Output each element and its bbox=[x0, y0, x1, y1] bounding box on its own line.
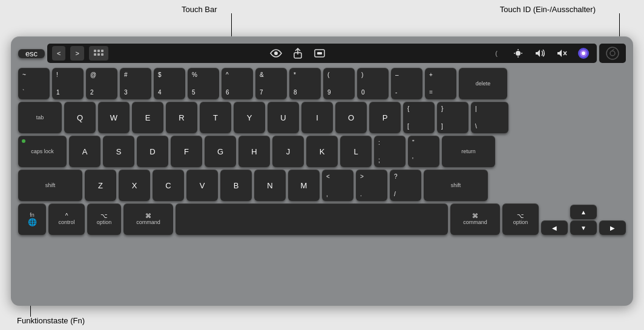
key-rshift[interactable]: shift bbox=[424, 170, 488, 201]
volume-icon bbox=[534, 49, 545, 58]
key-r[interactable]: R bbox=[166, 102, 197, 133]
key-3[interactable]: # 3 bbox=[120, 68, 151, 99]
svg-rect-4 bbox=[97, 53, 100, 56]
key-p[interactable]: P bbox=[369, 102, 401, 133]
tb-grid[interactable] bbox=[89, 46, 108, 61]
tb-volume[interactable] bbox=[531, 46, 548, 61]
key-4[interactable]: $ 4 bbox=[154, 68, 185, 99]
key-y[interactable]: Y bbox=[234, 102, 265, 133]
key-rbrace[interactable]: } ] bbox=[437, 102, 468, 133]
tb-brightness[interactable] bbox=[510, 46, 527, 61]
key-s[interactable]: S bbox=[103, 136, 134, 167]
key-slash[interactable]: ? / bbox=[390, 170, 421, 201]
key-l[interactable]: L bbox=[340, 136, 372, 167]
key-x[interactable]: X bbox=[119, 170, 150, 201]
key-e[interactable]: E bbox=[132, 102, 163, 133]
key-8[interactable]: * 8 bbox=[289, 68, 321, 99]
key-return-label: return bbox=[461, 148, 476, 155]
tb-back[interactable]: < bbox=[52, 46, 65, 61]
svg-point-20 bbox=[606, 47, 619, 59]
key-fn[interactable]: fn 🌐 bbox=[18, 203, 46, 235]
key-space[interactable] bbox=[176, 203, 448, 235]
key-lcommand-label: command bbox=[136, 219, 160, 226]
key-arrow-left[interactable]: ◀ bbox=[541, 220, 568, 235]
key-arrow-right[interactable]: ▶ bbox=[599, 220, 626, 235]
key-capslock[interactable]: caps lock bbox=[18, 136, 67, 167]
key-arrow-down[interactable]: ▼ bbox=[570, 220, 597, 235]
grid-icon bbox=[94, 50, 104, 57]
key-capslock-label: caps lock bbox=[31, 148, 54, 155]
key-lcommand[interactable]: ⌘ command bbox=[123, 203, 173, 235]
key-row-numbers: ~ ` ! 1 @ 2 # 3 $ 4 % 5 bbox=[18, 68, 626, 99]
key-backtick[interactable]: ~ ` bbox=[18, 68, 50, 99]
key-0[interactable]: ) 0 bbox=[357, 68, 389, 99]
touch-id-key[interactable] bbox=[599, 44, 626, 63]
touch-bar-row: esc < > bbox=[18, 42, 626, 64]
key-esc[interactable]: esc bbox=[18, 49, 45, 58]
key-lbrace[interactable]: { [ bbox=[403, 102, 435, 133]
key-loption[interactable]: ⌥ option bbox=[87, 203, 121, 235]
key-period[interactable]: > . bbox=[356, 170, 387, 201]
tb-eye[interactable] bbox=[268, 46, 284, 61]
key-quote[interactable]: " ' bbox=[408, 136, 439, 167]
key-f[interactable]: F bbox=[171, 136, 202, 167]
tb-forward[interactable]: > bbox=[70, 46, 84, 61]
key-u[interactable]: U bbox=[268, 102, 299, 133]
key-fn-globe-icon: 🌐 bbox=[28, 218, 37, 226]
key-1[interactable]: ! 1 bbox=[52, 68, 84, 99]
touch-bar: < > bbox=[47, 44, 597, 63]
arrow-right-icon: ▶ bbox=[610, 225, 615, 231]
svg-point-10 bbox=[516, 51, 521, 56]
key-t[interactable]: T bbox=[200, 102, 231, 133]
key-fn-label: fn bbox=[30, 212, 34, 219]
svg-point-21 bbox=[610, 51, 615, 56]
key-esc-label: esc bbox=[25, 49, 38, 58]
key-semicolon[interactable]: : ; bbox=[374, 136, 406, 167]
key-k[interactable]: K bbox=[306, 136, 338, 167]
key-o[interactable]: O bbox=[335, 102, 367, 133]
key-equals[interactable]: + = bbox=[425, 68, 456, 99]
key-rcommand[interactable]: ⌘ command bbox=[450, 203, 500, 235]
key-return[interactable]: return bbox=[442, 136, 495, 167]
key-rcommand-label: command bbox=[463, 219, 487, 226]
key-m[interactable]: M bbox=[288, 170, 320, 201]
key-a[interactable]: A bbox=[69, 136, 100, 167]
key-delete-label: delete bbox=[476, 81, 491, 87]
key-delete[interactable]: delete bbox=[459, 68, 507, 99]
key-control[interactable]: ^ control bbox=[48, 203, 85, 235]
key-2[interactable]: @ 2 bbox=[86, 68, 117, 99]
key-row-asdf: caps lock A S D F G H J K L : ; " ' retu… bbox=[18, 136, 626, 167]
key-d[interactable]: D bbox=[137, 136, 168, 167]
key-v[interactable]: V bbox=[186, 170, 218, 201]
key-g[interactable]: G bbox=[205, 136, 236, 167]
key-z[interactable]: Z bbox=[85, 170, 116, 201]
key-w[interactable]: W bbox=[98, 102, 130, 133]
key-backslash[interactable]: | \ bbox=[471, 102, 508, 133]
key-n[interactable]: N bbox=[254, 170, 286, 201]
key-minus[interactable]: – - bbox=[391, 68, 422, 99]
key-c[interactable]: C bbox=[153, 170, 184, 201]
key-q[interactable]: Q bbox=[64, 102, 96, 133]
key-arrow-up[interactable]: ▲ bbox=[570, 205, 597, 219]
key-j[interactable]: J bbox=[272, 136, 304, 167]
key-5[interactable]: % 5 bbox=[188, 68, 219, 99]
tb-siri[interactable] bbox=[575, 46, 592, 61]
tb-window[interactable] bbox=[311, 46, 328, 61]
key-tab[interactable]: tab bbox=[18, 102, 62, 133]
key-roption[interactable]: ⌥ option bbox=[502, 203, 539, 235]
tb-brightness-ctrl[interactable]: ( bbox=[488, 46, 505, 61]
key-i[interactable]: I bbox=[301, 102, 333, 133]
svg-rect-0 bbox=[94, 50, 96, 52]
key-6[interactable]: ^ 6 bbox=[222, 68, 253, 99]
svg-rect-3 bbox=[94, 53, 96, 56]
key-7[interactable]: & 7 bbox=[255, 68, 287, 99]
key-comma[interactable]: < , bbox=[322, 170, 353, 201]
key-9[interactable]: ( 9 bbox=[323, 68, 355, 99]
tb-mute[interactable] bbox=[553, 46, 570, 61]
key-b[interactable]: B bbox=[220, 170, 252, 201]
key-lshift[interactable]: shift bbox=[18, 170, 82, 201]
tb-share[interactable] bbox=[289, 46, 306, 61]
key-h[interactable]: H bbox=[238, 136, 270, 167]
eye-icon bbox=[270, 49, 282, 58]
arrow-cluster: ▲ ◀ ▼ ▶ bbox=[541, 205, 626, 235]
